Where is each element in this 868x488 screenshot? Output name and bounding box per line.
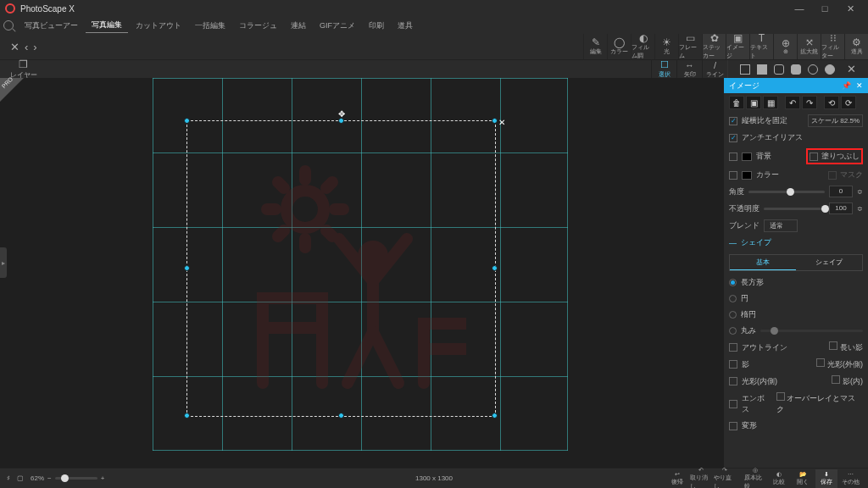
menu-gif[interactable]: GIFアニメ bbox=[314, 19, 361, 33]
subtool-1[interactable]: ↔矢印 bbox=[676, 60, 702, 79]
fill-checkbox[interactable] bbox=[810, 152, 818, 161]
undo-icon[interactable]: ↶ bbox=[785, 96, 800, 109]
color-swatch[interactable] bbox=[742, 171, 752, 180]
emboss-cb[interactable] bbox=[729, 400, 737, 408]
search-icon[interactable] bbox=[3, 20, 14, 30]
longshadow-cb[interactable] bbox=[829, 341, 837, 350]
tool-4[interactable]: ▭フレーム bbox=[678, 34, 702, 59]
tool-5[interactable]: ✿ステッカー bbox=[702, 34, 726, 59]
tool-1[interactable]: ◯カラー bbox=[607, 34, 631, 59]
menu-edit[interactable]: 写真編集 bbox=[86, 18, 128, 33]
bg-swatch[interactable] bbox=[742, 152, 752, 161]
radio-ellipse[interactable] bbox=[729, 311, 737, 319]
bevel-cb[interactable] bbox=[832, 375, 840, 384]
shape-circle-fill-icon[interactable] bbox=[825, 64, 835, 75]
back-icon[interactable]: ‹ bbox=[25, 41, 28, 53]
canvas[interactable]: ✥ ✕ bbox=[153, 78, 568, 451]
compare-button[interactable]: ◐比較 bbox=[768, 469, 790, 488]
menu-cutout[interactable]: カットアウト bbox=[130, 19, 187, 33]
forward-icon[interactable]: › bbox=[33, 41, 36, 53]
tool-6[interactable]: ▣イメージ bbox=[726, 34, 749, 59]
outline-cb[interactable] bbox=[729, 343, 737, 352]
menu-collage[interactable]: コラージュ bbox=[233, 19, 283, 33]
handle-s[interactable] bbox=[338, 413, 344, 419]
redo-icon[interactable]: ↷ bbox=[802, 96, 817, 109]
undo-button[interactable]: ↶取り消し bbox=[690, 469, 712, 488]
pin-icon[interactable]: 📌 bbox=[842, 81, 851, 90]
shape-close-icon[interactable]: ✕ bbox=[847, 63, 856, 75]
handle-e[interactable] bbox=[492, 265, 498, 271]
zoom-out-icon[interactable]: − bbox=[47, 474, 52, 482]
handle-n[interactable] bbox=[338, 118, 344, 124]
opacity-slider[interactable] bbox=[764, 208, 825, 210]
tool-7[interactable]: Tテキスト bbox=[749, 34, 773, 59]
minimize-button[interactable]: — bbox=[787, 3, 812, 14]
selection-box[interactable]: ✥ ✕ bbox=[186, 120, 496, 417]
tab-shape[interactable]: シェイプ bbox=[796, 255, 862, 270]
tool-3[interactable]: ☀光 bbox=[654, 34, 678, 59]
shape-rect-outline-icon[interactable] bbox=[740, 64, 750, 75]
shape-roundrect-fill-icon[interactable] bbox=[791, 64, 801, 75]
radio-rect[interactable] bbox=[729, 279, 737, 286]
orig-button[interactable]: ◎原本比較 bbox=[744, 469, 766, 488]
maximize-button[interactable]: □ bbox=[812, 3, 837, 14]
close-button[interactable]: ✕ bbox=[837, 3, 863, 14]
bg-checkbox[interactable] bbox=[729, 152, 737, 161]
menu-print[interactable]: 印刷 bbox=[363, 19, 390, 33]
tool-8[interactable]: ⊕⊕ bbox=[773, 34, 797, 59]
handle-ne[interactable] bbox=[492, 118, 498, 124]
open-button[interactable]: 📂開く bbox=[792, 469, 814, 488]
tool-0[interactable]: ✎編集 bbox=[583, 34, 607, 59]
revert-button[interactable]: ↩復帰 bbox=[666, 469, 688, 488]
transform-cb[interactable] bbox=[729, 422, 737, 430]
blend-select[interactable]: 通常 bbox=[764, 219, 798, 232]
layers-button[interactable]: ❐ レイヤー bbox=[0, 58, 47, 80]
menu-combine[interactable]: 連結 bbox=[285, 19, 312, 33]
opacity-value[interactable]: 100 bbox=[829, 202, 853, 214]
save-button[interactable]: ⬇保存 bbox=[815, 469, 837, 488]
angle-slider[interactable] bbox=[748, 191, 825, 193]
color-checkbox[interactable] bbox=[729, 171, 737, 180]
tab-basic[interactable]: 基本 bbox=[730, 255, 796, 270]
menu-viewer[interactable]: 写真ビューアー bbox=[19, 19, 84, 33]
glowout-cb[interactable] bbox=[816, 358, 825, 367]
subtool-2[interactable]: /ライン bbox=[702, 60, 727, 79]
more-button[interactable]: ⋯その他 bbox=[839, 469, 861, 488]
shadow-cb[interactable] bbox=[729, 360, 737, 369]
handle-se[interactable] bbox=[492, 413, 498, 419]
handle-nw[interactable] bbox=[184, 118, 190, 124]
canvas-area[interactable]: PRO ▸ bbox=[0, 78, 724, 468]
shape-section-label[interactable]: シェイプ bbox=[741, 237, 771, 248]
round-slider[interactable] bbox=[760, 330, 863, 332]
tool-11[interactable]: ⚙道具 bbox=[844, 34, 868, 59]
angle-value[interactable]: 0 bbox=[829, 186, 853, 197]
selection-close-icon[interactable]: ✕ bbox=[498, 118, 507, 126]
glowin-cb[interactable] bbox=[729, 377, 737, 385]
zoom-in-icon[interactable]: + bbox=[101, 474, 105, 482]
overlay-cb[interactable] bbox=[776, 392, 785, 401]
close-tab-icon[interactable]: ✕ bbox=[10, 41, 19, 53]
shape-roundrect-outline-icon[interactable] bbox=[774, 64, 784, 75]
menu-batch[interactable]: 一括編集 bbox=[189, 19, 231, 33]
grid-icon[interactable]: ♯ bbox=[7, 474, 10, 482]
subtool-0[interactable]: ☐選択 bbox=[651, 60, 676, 79]
fit-icon[interactable]: ▢ bbox=[17, 474, 24, 482]
delete-icon[interactable]: 🗑 bbox=[729, 96, 744, 109]
panel-close-icon[interactable]: ✕ bbox=[856, 81, 863, 90]
expand-sidebar-icon[interactable]: ▸ bbox=[0, 247, 7, 278]
handle-w[interactable] bbox=[184, 265, 190, 271]
redo-button[interactable]: ↷やり直し bbox=[714, 469, 736, 488]
dup2-icon[interactable]: ▦ bbox=[763, 96, 778, 109]
handle-sw[interactable] bbox=[184, 413, 190, 419]
scale-value[interactable]: スケール 82.5% bbox=[808, 114, 863, 127]
shape-circle-outline-icon[interactable] bbox=[808, 64, 818, 75]
antialias-checkbox[interactable] bbox=[729, 134, 737, 142]
menu-tools[interactable]: 道具 bbox=[392, 19, 419, 33]
mask-checkbox[interactable] bbox=[828, 171, 837, 180]
tool-10[interactable]: ⁝⁝フィルター bbox=[821, 34, 844, 59]
radio-round[interactable] bbox=[729, 327, 737, 335]
shape-rect-fill-icon[interactable] bbox=[757, 64, 767, 75]
tool-2[interactable]: ◐フィルム調 bbox=[631, 34, 654, 59]
radio-circle[interactable] bbox=[729, 295, 737, 302]
rotl-icon[interactable]: ⟲ bbox=[824, 96, 839, 109]
